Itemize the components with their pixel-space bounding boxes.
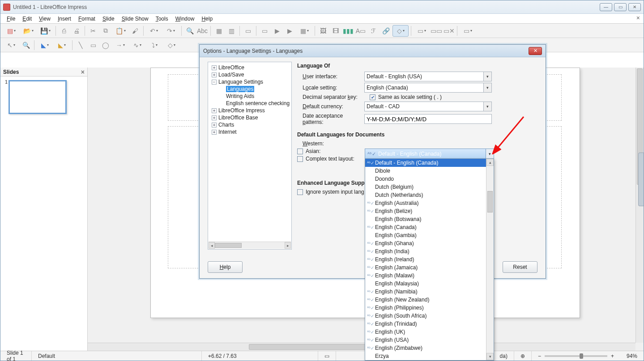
dropdown-option[interactable]: ᴬᵇ✓English (Australia) <box>365 199 494 207</box>
chevron-down-icon[interactable]: ▾ <box>486 149 494 159</box>
menu-view[interactable]: View <box>35 15 54 23</box>
dropdown-option[interactable]: ᴬᵇ✓Dutch (Belgium) <box>365 183 494 191</box>
dropdown-option[interactable]: ᴬᵇ✓English (Malaysia) <box>365 280 494 288</box>
ctl-checkbox[interactable] <box>297 156 303 162</box>
export-pdf-button[interactable]: ⎙ <box>58 25 70 37</box>
tree-expand-icon[interactable]: + <box>212 130 217 135</box>
western-combo-open[interactable]: ᴬᵇ✓ Default - English (Canada) ▾ <box>365 149 494 159</box>
tree-item[interactable]: Languages <box>208 85 291 93</box>
menu-help[interactable]: Help <box>198 15 216 23</box>
datepat-input[interactable] <box>364 114 492 124</box>
start-current-button[interactable]: ▶ <box>284 25 295 37</box>
dialog-close-button[interactable]: ✕ <box>529 47 542 55</box>
dropdown-option[interactable]: ᴬᵇ✓English (Botswana) <box>365 215 494 223</box>
dropdown-option[interactable]: ᴬᵇ✓English (Gambia) <box>365 231 494 239</box>
select-tool[interactable]: ↖▾ <box>3 39 19 51</box>
tree-item[interactable]: +LibreOffice <box>208 64 291 71</box>
find-button[interactable]: 🔍 <box>184 25 196 37</box>
ellipse-tool[interactable]: ◯ <box>100 39 111 51</box>
dropdown-option[interactable]: ᴬᵇ✓Default - English (Canada) <box>365 159 494 167</box>
hyperlink-button[interactable]: 🔗 <box>380 25 392 37</box>
table-button[interactable]: ▦▾ <box>296 25 312 37</box>
minimize-button[interactable]: — <box>600 3 612 11</box>
connector-tool[interactable]: ⤵▾ <box>146 39 162 51</box>
dropdown-option[interactable]: ᴬᵇ✓English (Belize) <box>365 207 494 215</box>
print-button[interactable]: 🖨 <box>71 25 82 37</box>
new-button[interactable]: ▤▾ <box>3 25 19 37</box>
dropdown-option[interactable]: ᴬᵇ✓English (UK) <box>365 328 494 336</box>
ignore-input-checkbox[interactable] <box>297 189 303 195</box>
slide-layout-button[interactable]: ▭▾ <box>414 25 430 37</box>
menu-tools[interactable]: Tools <box>152 15 172 23</box>
tree-expand-icon[interactable]: + <box>212 115 217 120</box>
display-views-button[interactable]: ▭ <box>242 25 254 37</box>
menu-format[interactable]: Format <box>75 15 99 23</box>
currency-combo[interactable]: Default - CAD▾ <box>364 102 492 111</box>
chart-button[interactable]: ▮▮▮ <box>342 25 354 37</box>
snap-button[interactable]: ▥ <box>226 25 237 37</box>
dropdown-option[interactable]: ᴬᵇ✓English (Jamaica) <box>365 263 494 272</box>
delete-slide-button[interactable]: ▭✕ <box>443 25 455 37</box>
dropdown-option[interactable]: ᴬᵇ✓English (South Africa) <box>365 312 494 320</box>
ui-combo[interactable]: Default - English (USA)▾ <box>364 72 492 81</box>
interaction-button[interactable]: ▭▾ <box>460 25 476 37</box>
show-draw-functions-button[interactable]: ◇▾ <box>392 25 409 37</box>
paste-button[interactable]: 📋▾ <box>112 25 128 37</box>
save-button[interactable]: 💾▾ <box>37 25 53 37</box>
dropdown-option[interactable]: ᴬᵇ✓English (Zimbabwe) <box>365 344 494 352</box>
document-close-icon[interactable]: × <box>636 14 640 21</box>
dropdown-option[interactable]: ᴬᵇ✓English (Philippines) <box>365 304 494 312</box>
fill-color-tool[interactable]: ◣▾ <box>37 39 53 51</box>
dropdown-option[interactable]: ᴬᵇ✓Dutch (Netherlands) <box>365 191 494 199</box>
reset-button[interactable]: Reset <box>503 261 537 273</box>
duplicate-slide-button[interactable]: ▭▭ <box>431 25 442 37</box>
arrow-tool[interactable]: →▾ <box>112 39 128 51</box>
rect-tool[interactable]: ▭ <box>87 39 99 51</box>
dropdown-option[interactable]: ᴬᵇ✓Doondo <box>365 175 494 183</box>
menu-insert[interactable]: Insert <box>54 15 75 23</box>
undo-button[interactable]: ↶▾ <box>146 25 162 37</box>
dropdown-option[interactable]: ᴬᵇ✓English (Trinidad) <box>365 320 494 328</box>
dropdown-option[interactable]: ᴬᵇ✓English (USA) <box>365 336 494 344</box>
menu-file[interactable]: File <box>3 15 19 23</box>
tree-expand-icon[interactable]: + <box>212 108 217 113</box>
line-color-tool[interactable]: ◣▾ <box>54 39 70 51</box>
basic-shapes-tool[interactable]: ◇▾ <box>163 39 179 51</box>
cut-button[interactable]: ✂ <box>87 25 99 37</box>
dropdown-option[interactable]: ᴬᵇ✓English (Namibia) <box>365 288 494 296</box>
zoom-tool[interactable]: 🔍 <box>20 39 32 51</box>
dropdown-option[interactable]: ᴬᵇ✓English (Ghana) <box>365 239 494 247</box>
tree-item[interactable]: +LibreOffice Impress <box>208 107 291 114</box>
slide-thumb-row[interactable]: 1 <box>0 76 87 118</box>
clone-format-button[interactable]: 🖌 <box>129 25 141 37</box>
tree-item[interactable]: +Internet <box>208 128 291 136</box>
decsep-checkbox[interactable]: ✔ <box>370 94 375 100</box>
menu-slide[interactable]: Slide <box>99 15 118 23</box>
tree-item[interactable]: +Load/Save <box>208 71 291 78</box>
dropdown-option[interactable]: ᴬᵇ✓English (Ireland) <box>365 255 494 263</box>
copy-button[interactable]: ⧉ <box>100 25 111 37</box>
start-first-button[interactable]: ▶ <box>271 25 283 37</box>
line-tool[interactable]: ╲ <box>75 39 86 51</box>
tree-item[interactable]: English sentence checking <box>208 100 291 107</box>
tree-expand-icon[interactable]: − <box>212 80 217 85</box>
help-button[interactable]: Help <box>208 261 243 273</box>
dropdown-option[interactable]: ᴬᵇ✓English (Malawi) <box>365 272 494 280</box>
media-button[interactable]: 🎞 <box>330 25 341 37</box>
redo-button[interactable]: ↷▾ <box>163 25 179 37</box>
open-button[interactable]: 📂▾ <box>20 25 36 37</box>
locale-combo[interactable]: English (Canada)▾ <box>364 83 492 93</box>
grid-button[interactable]: ▦ <box>213 25 225 37</box>
tree-expand-icon[interactable]: + <box>212 65 217 70</box>
tree-item[interactable]: +LibreOffice Base <box>208 114 291 121</box>
slide-thumb[interactable] <box>9 80 67 114</box>
spellcheck-button[interactable]: Abc <box>196 25 208 37</box>
fontwork-button[interactable]: ℱ <box>367 25 379 37</box>
dropdown-option[interactable]: ᴬᵇ✓Dibole <box>365 167 494 175</box>
dropdown-vscrollbar[interactable]: ▴ ▾ <box>486 159 494 360</box>
curve-tool[interactable]: ∿▾ <box>129 39 145 51</box>
western-dropdown-list[interactable]: ᴬᵇ✓Default - English (Canada)ᴬᵇ✓Diboleᴬᵇ… <box>365 158 494 361</box>
zoom-slider[interactable]: − + <box>532 351 620 361</box>
master-slide-button[interactable]: ▭ <box>259 25 270 37</box>
dropdown-option[interactable]: ᴬᵇ✓English (Canada) <box>365 223 494 231</box>
